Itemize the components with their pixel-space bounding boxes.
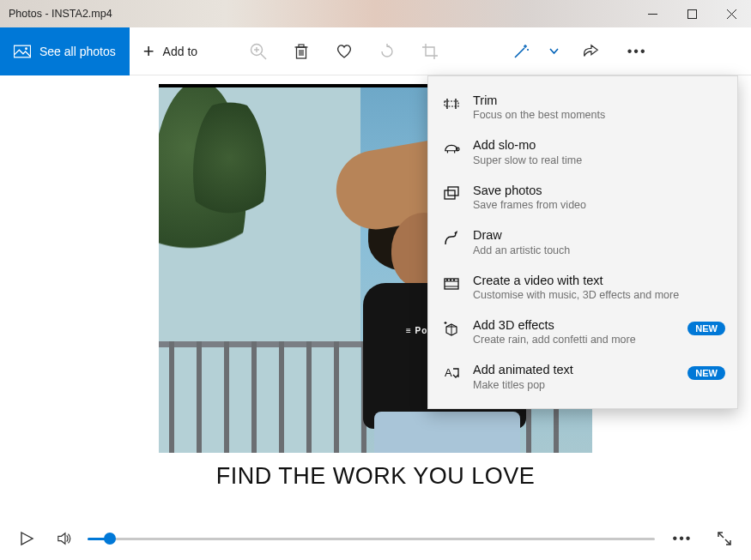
see-all-label: See all photos	[39, 45, 116, 58]
see-all-photos-button[interactable]: See all photos	[0, 27, 130, 75]
svg-rect-32	[446, 279, 448, 280]
animated-text-icon: A	[442, 363, 461, 382]
add-to-label: Add to	[163, 45, 197, 58]
svg-rect-34	[453, 279, 455, 280]
crop-icon	[421, 43, 439, 60]
svg-marker-41	[21, 533, 33, 545]
share-icon	[582, 43, 599, 60]
turtle-icon	[442, 138, 461, 157]
window-controls	[633, 0, 751, 27]
seek-slider[interactable]	[88, 530, 655, 547]
menu-item-draw[interactable]: DrawAdd an artistic touch	[428, 220, 737, 264]
magnifier-plus-icon	[250, 43, 267, 60]
menu-item-create-video-text[interactable]: Create a video with textCustomise with m…	[428, 265, 737, 310]
svg-rect-15	[299, 45, 304, 47]
playback-more-button[interactable]: •••	[663, 524, 701, 553]
add-to-button[interactable]: + Add to	[130, 42, 211, 61]
svg-rect-4	[14, 45, 30, 57]
main-content: ≡ Polaroid FIND THE WORK YOU LOVE TrimFo…	[0, 75, 751, 517]
trim-icon	[442, 93, 461, 112]
share-button[interactable]	[565, 27, 616, 75]
menu-item-animated-text[interactable]: A Add animated textMake titles pop NEW	[428, 354, 737, 399]
close-button[interactable]	[712, 0, 751, 27]
trash-icon	[293, 43, 310, 60]
favorite-button[interactable]	[323, 27, 366, 75]
volume-button[interactable]	[50, 524, 79, 553]
svg-line-7	[261, 54, 266, 59]
edit-create-chevron[interactable]	[542, 48, 565, 55]
svg-line-44	[725, 539, 730, 545]
new-badge: NEW	[687, 322, 725, 335]
photo-icon	[14, 45, 31, 58]
svg-line-43	[718, 533, 724, 538]
sparkle-cube-icon	[442, 318, 461, 337]
fullscreen-button[interactable]	[710, 524, 739, 553]
magic-wand-icon	[512, 43, 530, 60]
play-button[interactable]	[12, 524, 41, 553]
window-title: Photos - INSTA2.mp4	[0, 8, 112, 20]
svg-rect-33	[450, 279, 451, 280]
svg-rect-28	[448, 187, 458, 196]
rotate-icon	[379, 43, 396, 60]
svg-rect-1	[687, 9, 696, 18]
window-titlebar: Photos - INSTA2.mp4	[0, 0, 751, 27]
svg-line-16	[515, 48, 524, 57]
filmstrip-icon	[442, 274, 461, 292]
more-button[interactable]: •••	[616, 27, 657, 75]
play-icon	[19, 531, 34, 546]
menu-item-slomo[interactable]: Add slo-moSuper slow to real time	[428, 129, 737, 174]
menu-item-trim[interactable]: TrimFocus on the best moments	[428, 85, 737, 129]
playback-bar: •••	[0, 517, 751, 560]
plus-icon: +	[143, 42, 154, 61]
menu-item-save-photos[interactable]: Save photosSave frames from video	[428, 175, 737, 220]
dots-icon: •••	[622, 44, 652, 59]
zoom-button[interactable]	[237, 27, 280, 75]
svg-point-5	[25, 47, 27, 50]
new-badge: NEW	[687, 366, 725, 380]
frames-icon	[442, 184, 461, 202]
crop-button[interactable]	[409, 27, 451, 75]
menu-item-3d-effects[interactable]: Add 3D effectsCreate rain, add confetti …	[428, 310, 737, 354]
heart-icon	[336, 43, 353, 60]
svg-text:A: A	[445, 366, 452, 379]
draw-icon	[442, 228, 461, 247]
edit-create-button[interactable]	[500, 27, 565, 75]
fullscreen-icon	[717, 531, 732, 546]
chevron-down-icon	[549, 48, 559, 55]
svg-marker-42	[58, 533, 65, 545]
dots-icon: •••	[668, 531, 698, 546]
delete-button[interactable]	[280, 27, 323, 75]
seek-thumb[interactable]	[104, 533, 116, 545]
maximize-button[interactable]	[672, 0, 712, 27]
rotate-button[interactable]	[366, 27, 409, 75]
minimize-button[interactable]	[633, 0, 672, 27]
speaker-icon	[57, 531, 72, 546]
toolbar: See all photos + Add to •••	[0, 27, 751, 75]
video-caption: FIND THE WORK YOU LOVE	[0, 463, 751, 490]
svg-rect-27	[445, 190, 455, 199]
edit-create-menu: TrimFocus on the best moments Add slo-mo…	[427, 75, 738, 409]
